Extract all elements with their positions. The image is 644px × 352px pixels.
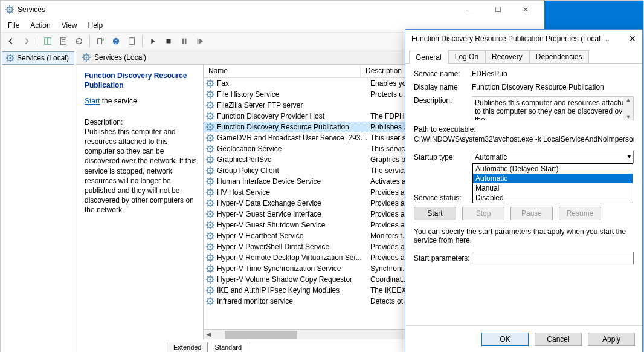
dialog-close-button[interactable]: ✕ <box>612 34 636 44</box>
tab-recovery[interactable]: Recovery <box>485 50 529 63</box>
tab-general[interactable]: General <box>409 51 448 64</box>
display-name-label: Display name: <box>414 83 472 91</box>
service-name: HV Host Service <box>217 188 368 197</box>
back-button[interactable] <box>4 34 18 48</box>
gear-icon <box>206 264 214 273</box>
minimize-button[interactable]: — <box>456 1 484 19</box>
maximize-button[interactable]: ☐ <box>484 1 512 19</box>
dialog-tabstrip: General Log On Recovery Dependencies <box>405 48 642 64</box>
ok-button[interactable]: OK <box>481 333 529 346</box>
help-button[interactable]: ? <box>109 34 123 48</box>
gear-icon <box>206 243 214 251</box>
desc-scrollbar[interactable]: ▲▼ <box>623 97 633 120</box>
gear-icon <box>6 54 14 62</box>
service-name: Group Policy Client <box>217 166 368 175</box>
service-status-label: Service status: <box>414 194 472 202</box>
menu-help[interactable]: Help <box>83 20 108 31</box>
app-icon <box>5 5 14 14</box>
apply-button[interactable]: Apply <box>588 333 635 346</box>
tab-extended[interactable]: Extended <box>167 342 208 352</box>
svg-rect-11 <box>48 38 51 45</box>
scroll-down-icon[interactable]: ▼ <box>626 114 631 120</box>
tab-standard[interactable]: Standard <box>208 342 248 352</box>
service-name: GameDVR and Broadcast User Service_2933a… <box>217 134 368 142</box>
startup-option[interactable]: Automatic (Delayed Start) <box>473 164 633 174</box>
cancel-button[interactable]: Cancel <box>535 333 582 346</box>
service-name: Hyper-V Guest Service Interface <box>217 210 368 218</box>
col-name[interactable]: Name <box>204 65 361 77</box>
toolbar-properties-icon[interactable] <box>125 34 138 48</box>
export-button[interactable] <box>94 34 107 48</box>
service-name: Geolocation Service <box>217 145 368 153</box>
gear-icon <box>206 145 214 153</box>
start-parameters-input[interactable] <box>472 252 634 264</box>
service-name: Hyper-V Remote Desktop Virtualization Se… <box>217 253 368 262</box>
scroll-up-icon[interactable]: ▲ <box>626 97 631 103</box>
properties-dialog: Function Discovery Resource Publication … <box>405 29 643 352</box>
gear-icon <box>206 253 214 262</box>
startup-type-combo[interactable]: Automatic ▾ Automatic (Delayed Start)Aut… <box>472 151 634 163</box>
startup-type-label: Startup type: <box>414 153 472 161</box>
refresh-button[interactable] <box>72 34 86 48</box>
pane-title: Services (Local) <box>94 53 146 62</box>
gear-icon <box>206 297 214 305</box>
svg-rect-22 <box>198 39 199 44</box>
description-label: Description: <box>414 96 472 105</box>
service-name: Human Interface Device Service <box>217 177 368 186</box>
menu-file[interactable]: File <box>3 20 24 31</box>
gear-icon <box>206 221 214 229</box>
gear-icon <box>206 134 214 142</box>
gear-icon <box>206 166 214 175</box>
path-value: C:\WINDOWS\system32\svchost.exe -k Local… <box>414 135 634 143</box>
start-param-hint: You can specify the start parameters tha… <box>414 227 634 244</box>
service-name: Fax <box>217 79 368 88</box>
titlebar[interactable]: Services — ☐ ✕ <box>1 1 544 19</box>
service-name: GraphicsPerfSvc <box>217 155 368 164</box>
properties-button[interactable] <box>57 34 70 48</box>
pause-button[interactable] <box>178 34 191 48</box>
stop-button[interactable] <box>162 34 175 48</box>
chevron-down-icon: ▾ <box>628 153 631 160</box>
play-button[interactable] <box>146 34 159 48</box>
scroll-thumb[interactable] <box>225 331 297 339</box>
nav-services-local[interactable]: Services (Local) <box>2 51 74 65</box>
desc-label: Description: <box>85 117 197 127</box>
pause-button: Pause <box>510 207 553 220</box>
startup-option[interactable]: Disabled <box>473 193 633 203</box>
start-button[interactable]: Start <box>414 207 456 220</box>
restart-button[interactable] <box>193 34 207 48</box>
service-name: Hyper-V PowerShell Direct Service <box>217 243 368 251</box>
resume-button: Resume <box>559 207 601 220</box>
svg-rect-20 <box>182 39 184 44</box>
gear-icon <box>206 210 214 218</box>
menu-view[interactable]: View <box>57 20 82 31</box>
start-link[interactable]: Start <box>85 97 100 105</box>
close-button[interactable]: ✕ <box>512 1 539 19</box>
tab-dependencies[interactable]: Dependencies <box>529 50 589 63</box>
gear-icon <box>206 275 214 284</box>
scroll-left-icon[interactable]: ◄ <box>204 330 214 340</box>
description-box[interactable]: Publishes this computer and resources at… <box>472 96 634 120</box>
startup-option[interactable]: Automatic <box>473 174 633 183</box>
startup-option[interactable]: Manual <box>473 183 633 193</box>
svg-rect-18 <box>129 38 135 45</box>
show-hide-tree-button[interactable] <box>41 34 54 48</box>
gear-icon <box>206 112 214 120</box>
desc-text: Publishes this computer and resources at… <box>85 127 197 215</box>
service-name: Function Discovery Provider Host <box>217 112 368 120</box>
service-name: Hyper-V Data Exchange Service <box>217 199 368 207</box>
service-name-label: Service name: <box>414 70 472 78</box>
startup-type-dropdown[interactable]: Automatic (Delayed Start)AutomaticManual… <box>472 163 633 203</box>
app-title: Services <box>18 5 45 14</box>
detail-service-name: Function Discovery Resource Publication <box>85 71 197 90</box>
svg-rect-15 <box>98 39 102 44</box>
forward-button[interactable] <box>20 34 33 48</box>
service-name-value: FDResPub <box>472 70 634 78</box>
start-suffix: the service <box>100 97 137 105</box>
dialog-titlebar[interactable]: Function Discovery Resource Publication … <box>405 30 642 48</box>
gear-icon <box>206 177 214 186</box>
svg-rect-10 <box>45 38 47 45</box>
menu-action[interactable]: Action <box>25 20 55 31</box>
stop-button: Stop <box>462 207 504 220</box>
tab-logon[interactable]: Log On <box>448 50 485 63</box>
